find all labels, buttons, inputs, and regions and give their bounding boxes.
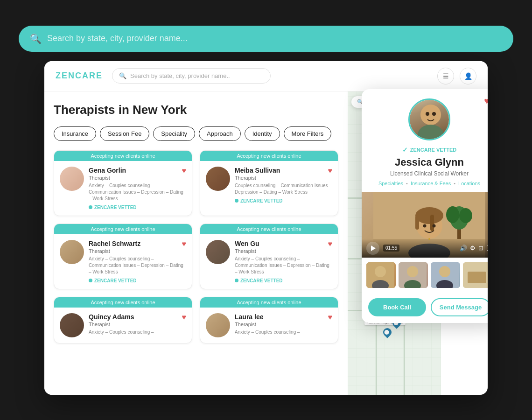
top-search-input[interactable] [47, 34, 502, 43]
avatar-laura [206, 313, 230, 337]
detail-header: ♥ ✓ ZENCARE VETTED Jessica Glynn [362, 89, 488, 192]
thumbnail-4[interactable] [463, 262, 488, 288]
send-message-button[interactable]: Send Message [431, 298, 488, 316]
top-search-bar: 🔍 [19, 26, 513, 52]
provider-card-meiba[interactable]: Accepting new clients online Meiba Sulli… [200, 150, 338, 216]
favorite-meiba[interactable]: ♥ [328, 167, 333, 175]
name-gena: Gena Gorlin [89, 167, 126, 174]
card-body-quincy: Quincy Adams ♥ Therapist Anxiety – Coupl… [54, 308, 192, 343]
card-body-gena: Gena Gorlin ♥ Therapist Anxiety – Couple… [54, 161, 192, 216]
svg-point-19 [375, 266, 386, 277]
provider-card-rachel[interactable]: Accepting new clients online Rachel Schw… [54, 224, 192, 289]
nav-right: ☰ 👤 [437, 68, 476, 84]
card-body-meiba: Meiba Sullivan ♥ Therapist Couples couns… [200, 161, 338, 209]
user-button[interactable]: 👤 [460, 68, 476, 84]
svg-point-2 [426, 112, 429, 116]
video-controls: 🔊 ⚙ ⊡ ⛶ [460, 245, 488, 252]
filter-insurance[interactable]: Insurance [54, 126, 96, 141]
provider-grid: Accepting new clients online Gena Gorlin… [54, 150, 338, 343]
card-status-wen: Accepting new clients online [200, 224, 338, 234]
provider-card-quincy[interactable]: Accepting new clients online Quincy Adam… [54, 297, 192, 343]
card-status-meiba: Accepting new clients online [200, 151, 338, 161]
tags-rachel: Anxiety – Couples counseling – Communica… [89, 256, 186, 275]
avatar-meiba [206, 167, 230, 191]
thumbnail-2[interactable] [399, 262, 428, 288]
vetted-wen: ZENCARE VETTED [235, 278, 332, 283]
volume-icon[interactable]: 🔊 [460, 245, 467, 252]
video-overlay: 01:55 🔊 ⚙ ⊡ ⛶ [362, 239, 488, 258]
card-name-row-gena: Gena Gorlin ♥ [89, 167, 186, 175]
photo-thumbnails [362, 258, 488, 293]
filter-approach[interactable]: Approach [199, 126, 241, 141]
book-call-button[interactable]: Book Call [368, 298, 426, 316]
svg-point-15 [423, 224, 427, 227]
avatar-wen [206, 240, 230, 264]
favorite-gena[interactable]: ♥ [182, 167, 187, 175]
favorite-laura[interactable]: ♥ [328, 313, 333, 322]
settings-icon[interactable]: ⚙ [470, 245, 476, 252]
nav-search-bar[interactable]: 🔍 [112, 68, 271, 84]
name-wen: Wen Gu [235, 240, 259, 247]
detail-credential: Licensed Clinical Social Worker [369, 170, 488, 177]
nav-search-input[interactable] [130, 72, 264, 79]
svg-rect-14 [430, 215, 434, 231]
card-name-row-quincy: Quincy Adams ♥ [89, 313, 186, 322]
tags-laura: Anxiety – Couples counseling – [235, 329, 332, 336]
detail-link-insurance[interactable]: Insurance & Fees [411, 181, 451, 186]
card-name-row-wen: Wen Gu ♥ [235, 240, 332, 248]
card-status-laura: Accepting new clients online [200, 297, 338, 308]
tags-gena: Anxiety – Couples counseling – Communica… [89, 182, 186, 202]
svg-rect-13 [415, 216, 419, 230]
card-body-wen: Wen Gu ♥ Therapist Anxiety – Couples cou… [200, 234, 338, 289]
favorite-quincy[interactable]: ♥ [182, 313, 187, 322]
avatar-gena [60, 167, 84, 191]
left-panel: Therapists in New York Insurance Session… [44, 91, 348, 395]
svg-point-9 [459, 208, 472, 223]
svg-rect-28 [468, 272, 486, 283]
thumbnail-3[interactable] [431, 262, 460, 288]
svg-point-1 [418, 125, 444, 140]
tags-meiba: Couples counseling – Communication Issue… [235, 182, 332, 196]
title-gena: Therapist [89, 175, 186, 181]
card-body-laura: Laura lee ♥ Therapist Anxiety – Couples … [200, 308, 338, 343]
detail-favorite[interactable]: ♥ [484, 96, 488, 106]
favorite-rachel[interactable]: ♥ [182, 240, 187, 248]
video-section: 01:55 🔊 ⚙ ⊡ ⛶ [362, 192, 488, 258]
provider-card-wen[interactable]: Accepting new clients online Wen Gu ♥ Th… [200, 224, 338, 289]
name-laura: Laura lee [235, 313, 263, 321]
vetted-rachel: ZENCARE VETTED [89, 278, 186, 283]
detail-links: Specialties • Insurance & Fees • Locatio… [369, 181, 488, 186]
detail-link-specialties[interactable]: Specialties [378, 181, 403, 186]
vetted-gena: ZENCARE VETTED [89, 205, 186, 210]
avatar-rachel [60, 240, 84, 264]
filter-session-fee[interactable]: Session Fee [100, 126, 149, 141]
detail-panel: ♥ ✓ ZENCARE VETTED Jessica Glynn [362, 89, 488, 323]
title-wen: Therapist [235, 248, 332, 254]
play-button[interactable] [366, 242, 379, 255]
card-name-row-rachel: Rachel Schwartz ♥ [89, 240, 186, 248]
title-laura: Therapist [235, 322, 332, 327]
card-name-row-meiba: Meiba Sullivan ♥ [235, 167, 332, 175]
name-rachel: Rachel Schwartz [89, 240, 140, 247]
provider-card-laura[interactable]: Accepting new clients online Laura lee ♥… [200, 297, 338, 343]
svg-point-3 [432, 112, 436, 116]
pip-icon[interactable]: ⊡ [478, 245, 483, 252]
name-quincy: Quincy Adams [89, 313, 134, 321]
tags-quincy: Anxiety – Couples counseling – [89, 329, 186, 336]
filter-more[interactable]: More Filters [284, 126, 332, 141]
thumbnail-1[interactable] [366, 262, 396, 288]
provider-card-gena[interactable]: Accepting new clients online Gena Gorlin… [54, 150, 192, 216]
navbar: ZENCARE 🔍 ☰ 👤 [44, 61, 488, 91]
filter-identity[interactable]: Identity [245, 126, 280, 141]
card-info-quincy: Quincy Adams ♥ Therapist Anxiety – Coupl… [89, 313, 186, 337]
filter-speciality[interactable]: Speciality [153, 126, 195, 141]
card-status-rachel: Accepting new clients online [54, 224, 192, 234]
card-status-quincy: Accepting new clients online [54, 297, 192, 308]
fullscreen-icon[interactable]: ⛶ [486, 245, 488, 252]
play-icon [371, 245, 376, 251]
filter-bar: Insurance Session Fee Speciality Approac… [54, 126, 338, 141]
detail-link-locations[interactable]: Locations [458, 181, 480, 186]
favorite-wen[interactable]: ♥ [328, 240, 333, 248]
menu-button[interactable]: ☰ [437, 68, 454, 84]
tags-wen: Anxiety – Couples counseling – Communica… [235, 256, 332, 275]
